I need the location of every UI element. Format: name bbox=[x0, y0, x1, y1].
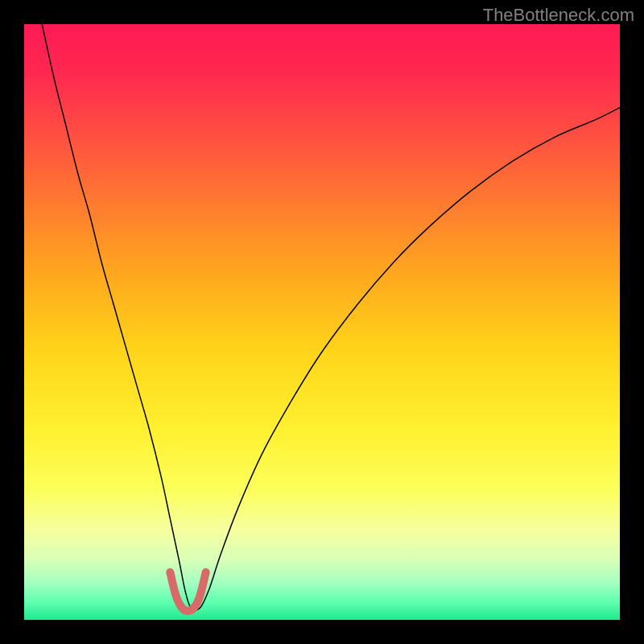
curve-layer bbox=[24, 24, 620, 620]
plot-area bbox=[24, 24, 620, 620]
bottleneck-curve bbox=[42, 24, 620, 610]
bottom-highlight bbox=[170, 572, 205, 611]
watermark-text: TheBottleneck.com bbox=[483, 5, 634, 26]
